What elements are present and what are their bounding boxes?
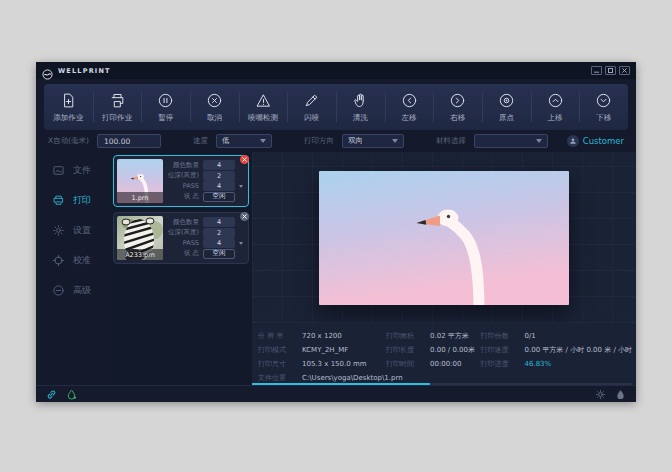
toolbar-item-move-down[interactable]: 下移 <box>579 84 628 130</box>
print-job-icon <box>109 92 126 110</box>
bit-depth-label: 位深(灰度) <box>168 171 199 180</box>
color-count-label: 颜色数量 <box>173 161 199 170</box>
speed-label: 速度 <box>193 136 208 146</box>
bit-depth-label: 位深(灰度) <box>168 228 199 237</box>
toolbar-item-cancel[interactable]: 取消 <box>190 84 239 130</box>
brightness-icon[interactable] <box>595 389 606 400</box>
status-bar <box>36 385 636 402</box>
sidebar-item-label: 打印 <box>73 194 91 207</box>
toolbar-label: 取消 <box>207 113 222 123</box>
print-progress-track <box>252 383 632 385</box>
chevron-down-icon <box>239 242 243 245</box>
gear-icon <box>52 224 65 237</box>
chevron-down-icon <box>392 139 398 143</box>
close-button[interactable] <box>619 66 630 75</box>
toolbar-item-print-job[interactable]: 打印作业 <box>93 84 142 130</box>
toolbar-label: 上移 <box>548 113 563 123</box>
resolution-label: 分 辨 率 <box>258 331 294 341</box>
connection-link-icon[interactable] <box>46 389 57 400</box>
status-badge: 空闲 <box>203 249 235 259</box>
direction-value: 双向 <box>348 136 388 146</box>
job-thumbnail-flamingo: 1.prn <box>117 159 163 203</box>
user-name: Customer <box>583 136 624 146</box>
toolbar-item-clean[interactable]: 清洗 <box>336 84 385 130</box>
toolbar-item-origin[interactable]: 原点 <box>482 84 531 130</box>
toolbar-item-nozzle-check[interactable]: 喷嘴检测 <box>239 84 288 130</box>
print-progress-label: 打印进度 <box>481 359 517 369</box>
toolbar-item-pause[interactable]: 暂停 <box>141 84 190 130</box>
bit-depth-value: 2 <box>203 171 235 181</box>
color-count-label: 颜色数量 <box>173 218 199 227</box>
material-label: 材料选择 <box>436 136 466 146</box>
ink-status-icon[interactable] <box>66 389 77 400</box>
print-size-value: 105.3 x 150.0 mm <box>302 360 367 368</box>
title-bar: WELLPRINT <box>36 62 636 79</box>
droplet-icon[interactable] <box>615 389 626 400</box>
sidebar-item-print[interactable]: 打印 <box>52 194 110 207</box>
toolbar: 添加作业 打印作业 暂停 取消 <box>44 84 628 130</box>
cancel-icon <box>206 92 223 110</box>
copies-value: 0/1 <box>525 332 536 340</box>
toolbar-item-flash-spray[interactable]: 闪喷 <box>287 84 336 130</box>
toolbar-label: 原点 <box>499 113 514 123</box>
x-auto-input[interactable] <box>97 134 161 148</box>
print-direction-select[interactable]: 双向 <box>342 134 404 148</box>
print-progress-value: 46.83% <box>525 360 552 368</box>
print-progress-bar <box>252 383 430 385</box>
toolbar-label: 添加作业 <box>53 113 83 123</box>
sidebar-item-settings[interactable]: 设置 <box>52 224 110 237</box>
toolbar-item-move-right[interactable]: 右移 <box>433 84 482 130</box>
toolbar-item-move-up[interactable]: 上移 <box>531 84 580 130</box>
color-count-value: 4 <box>203 160 235 170</box>
clean-icon <box>352 92 369 110</box>
toolbar-label: 暂停 <box>158 113 173 123</box>
app-title: WELLPRINT <box>58 67 111 75</box>
toolbar-label: 右移 <box>450 113 465 123</box>
advanced-icon <box>52 284 65 297</box>
pass-label: PASS <box>183 239 199 247</box>
print-preview-canvas[interactable] <box>252 152 636 323</box>
sidebar-item-label: 校准 <box>73 254 91 267</box>
maximize-button[interactable] <box>605 66 616 75</box>
status-badge: 空闲 <box>203 192 235 202</box>
crosshair-icon <box>52 254 65 267</box>
move-left-icon <box>401 92 418 110</box>
remove-job-icon[interactable] <box>240 212 249 221</box>
print-area-label: 打印面积 <box>386 331 422 341</box>
toolbar-label: 下移 <box>596 113 611 123</box>
chevron-down-icon <box>536 139 542 143</box>
main-area: 分 辨 率 720 x 1200 打印模式 KCMY_2H_MF 打印尺寸 10… <box>252 152 636 385</box>
printer-icon <box>52 194 65 207</box>
print-size-label: 打印尺寸 <box>258 359 294 369</box>
job-card-2[interactable]: A233.prn 颜色数量 4 位深(灰度) 2 PASS <box>113 212 249 264</box>
pass-select[interactable]: 4 <box>203 181 235 191</box>
pass-select[interactable]: 4 <box>203 238 235 248</box>
sidebar-item-advanced[interactable]: 高级 <box>52 284 110 297</box>
origin-icon <box>498 92 515 110</box>
minimize-button[interactable] <box>591 66 602 75</box>
status-label: 状 态 <box>184 192 199 201</box>
toolbar-item-add-job[interactable]: 添加作业 <box>44 84 93 130</box>
job-card-1[interactable]: 1.prn 颜色数量 4 位深(灰度) 2 PASS 4 <box>113 155 249 207</box>
flash-spray-icon <box>303 92 320 110</box>
toolbar-label: 清洗 <box>353 113 368 123</box>
speed-value: 低 <box>222 136 256 146</box>
toolbar-item-move-left[interactable]: 左移 <box>385 84 434 130</box>
file-location-label: 文件位置 <box>258 373 294 383</box>
material-select[interactable] <box>474 134 548 148</box>
print-area-value: 0.02 平方米 <box>430 331 469 341</box>
print-mode-value: KCMY_2H_MF <box>302 346 348 354</box>
remove-job-icon[interactable] <box>240 155 249 164</box>
user-menu[interactable]: Customer <box>567 135 624 147</box>
bit-depth-value: 2 <box>203 228 235 238</box>
print-info-panel: 分 辨 率 720 x 1200 打印模式 KCMY_2H_MF 打印尺寸 10… <box>252 323 636 385</box>
job-list: 1.prn 颜色数量 4 位深(灰度) 2 PASS 4 <box>110 152 252 385</box>
sidebar-item-file[interactable]: 文件 <box>52 164 110 177</box>
pass-label: PASS <box>183 182 199 190</box>
speed-select[interactable]: 低 <box>216 134 272 148</box>
sidebar-item-calibration[interactable]: 校准 <box>52 254 110 267</box>
sidebar-item-label: 高级 <box>73 284 91 297</box>
artwork-flamingo <box>319 171 569 305</box>
print-time-label: 打印时间 <box>386 359 422 369</box>
add-job-icon <box>60 92 77 110</box>
